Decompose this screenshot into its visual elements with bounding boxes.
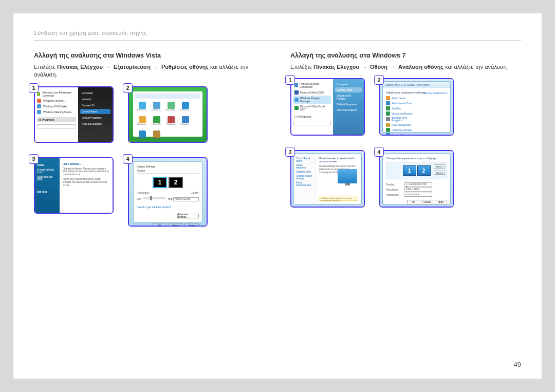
step-badge: 1 (285, 75, 295, 85)
cp-icon[interactable]: Problem… (165, 116, 177, 128)
step-badge: 3 (285, 147, 295, 157)
arrow-icon: → (361, 64, 368, 70)
start-item[interactable]: Windows Display Manager (293, 96, 331, 104)
start-item[interactable]: Remote Desktop Connection (293, 81, 331, 89)
manual-page: Σύνδεση και χρήση μιας συσκευής πηγής Αλ… (13, 13, 542, 379)
steps-vista: 1 Windows Live Messenger Download Window… (34, 86, 265, 227)
detect-button[interactable]: Detect (434, 164, 445, 169)
thumb-win7-display: Control Panel HomeAdjust resolutionCalib… (290, 150, 365, 208)
page-number: 49 (514, 361, 521, 368)
cp-icon[interactable]: Indexing (151, 130, 163, 143)
p3: Ανάλυση οθόνης (398, 64, 443, 70)
t: Colors: (191, 191, 199, 194)
cancel-button[interactable]: Cancel (169, 223, 183, 227)
t: Επιλέξτε (290, 64, 313, 70)
t: Change desktop icons (37, 169, 58, 174)
p1: Πίνακας Ελέγχου (313, 64, 359, 70)
t: Adjust font size (DPI) (37, 176, 58, 181)
setting-row: Resolution:1024 × 768 ▾ (386, 188, 447, 192)
arrow-icon: → (152, 64, 160, 70)
monitor-1-icon: 1 (153, 177, 167, 188)
monitor-1-icon: 1 (403, 165, 416, 176)
cp-link[interactable]: Backup and Restore (386, 111, 418, 116)
step-vista-2: 2 Personali…Taskbar a…Ease of A…Performa… (128, 86, 208, 143)
t: Make it easier to read what's on your sc… (319, 157, 358, 163)
search-input[interactable] (37, 124, 76, 128)
cp-link[interactable]: Action Center (386, 96, 418, 100)
breadcrumb: Σύνδεση και χρήση μιας συσκευής πηγής (34, 30, 521, 41)
start-item[interactable]: Microsoft Office Excel 2007 (293, 104, 331, 112)
control-panel-item[interactable]: Control Panel (335, 87, 362, 92)
cp-icon[interactable]: Taskbar a… (151, 102, 163, 114)
t: Default Programs (80, 115, 110, 120)
steps-win7: 1 Remote Desktop ConnectionMicrosoft Wor… (290, 78, 521, 208)
all-programs[interactable]: ▸ All Programs (293, 114, 331, 119)
monitor-2-icon: 2 (169, 177, 183, 188)
window-header: Control Panel ▸ All Control Panel Items (383, 82, 450, 88)
cp-icon[interactable]: Regional… (136, 130, 149, 143)
cp-icon[interactable]: Power O… (151, 116, 163, 128)
cp-icon[interactable]: Program… (179, 116, 192, 128)
t: Computer (80, 90, 110, 96)
start-item[interactable]: Microsoft Word 2010 (293, 89, 331, 96)
color-dropdown[interactable]: Highest (32 bit) (173, 197, 199, 201)
cp-link[interactable]: AutoPlay (386, 106, 418, 110)
identify-button[interactable]: Identify (434, 171, 445, 175)
control-panel-item[interactable]: Control Panel (80, 109, 110, 114)
cp-link[interactable]: Credential Manager (386, 128, 418, 132)
t: Computer (335, 82, 362, 87)
view-dropdown[interactable]: View by: Small icons ▾ (424, 92, 447, 95)
dropdown[interactable]: 1024 × 768 ▾ (404, 188, 432, 192)
p2: Εξατομίκευση (114, 64, 151, 70)
cp-link[interactable]: Administrative Tools (386, 101, 418, 105)
p3: Ρυθμίσεις οθόνης (161, 64, 209, 70)
step-win7-2: 2 Control Panel ▸ All Control Panel Item… (379, 78, 454, 136)
nav-link[interactable]: Control Panel Home (296, 157, 313, 162)
step-vista-3: 3 Tasks Change desktop icons Adjust font… (34, 157, 114, 227)
t: Windows Anytime… (43, 99, 66, 102)
step-badge: 2 (123, 83, 133, 93)
t: Default Programs (335, 102, 362, 107)
arrow-icon: → (104, 64, 112, 70)
t: Pick a different… (63, 163, 109, 166)
cp-icon[interactable]: Ease of A… (165, 102, 177, 114)
t: Adjust your monitor resolution, which ch… (63, 178, 109, 187)
p2: Οθόνη (370, 64, 387, 70)
t: Connect To (80, 103, 110, 108)
nav-link[interactable]: Change display settings (296, 175, 313, 180)
nav-link[interactable]: Adjust ClearType text (296, 181, 313, 186)
nav-link[interactable]: Adjust resolution (296, 164, 313, 169)
thumb-win7-resolution: Change the appearance of your displays 1… (379, 150, 454, 208)
t: και αλλάξτε την ανάλυση. (445, 64, 508, 70)
cp-link[interactable]: BitLocker Drive Encryption (386, 117, 418, 122)
step-badge: 4 (374, 147, 384, 157)
cp-icon[interactable]: Personali… (136, 102, 149, 114)
step-win7-1: 1 Remote Desktop ConnectionMicrosoft Wor… (290, 78, 365, 136)
dropdown[interactable]: 1. Generic Non-PnP… ▾ (404, 182, 432, 186)
cp-link[interactable]: Date and Time (386, 133, 418, 136)
cancel-button[interactable]: Cancel (421, 200, 433, 204)
step-badge: 3 (29, 154, 39, 164)
thumb-win7-control-panel: Control Panel ▸ All Control Panel Items … (379, 78, 454, 136)
all-programs: All Programs (37, 117, 76, 122)
setting-row: Display:1. Generic Non-PnP… ▾ (386, 182, 447, 186)
ok-button[interactable]: OK (407, 200, 419, 204)
instruction-win7: Επιλέξτε Πίνακας Ελέγχου → Οθόνη → Ανάλυ… (290, 63, 521, 71)
cp-icon[interactable]: Phone an… (136, 116, 149, 128)
dropdown[interactable]: Landscape ▾ (404, 193, 432, 197)
search-input[interactable] (293, 121, 331, 125)
apply-button[interactable]: Apply (435, 200, 447, 204)
advanced-button[interactable]: Advanced Settings… (177, 214, 199, 218)
ok-button[interactable]: OK (153, 223, 167, 227)
t: Change the theme. Themes can change a wi… (63, 167, 109, 177)
thumb-vista-display-settings: Display Settings Monitor 1 2 Resolution:… (128, 157, 208, 227)
cp-link[interactable]: Color Management (386, 123, 418, 127)
cp-icon[interactable]: Performa… (179, 102, 192, 114)
step-badge: 1 (29, 83, 39, 93)
heading-win7: Αλλαγή της ανάλυσης στα Windows 7 (290, 52, 521, 59)
t: Help and Support (80, 121, 110, 126)
nav-link[interactable]: Calibrate color (296, 171, 313, 173)
apply-button[interactable]: Apply (184, 223, 199, 227)
t: Resolution: (137, 191, 150, 194)
help-link[interactable]: How do I get the best display? (137, 206, 199, 209)
